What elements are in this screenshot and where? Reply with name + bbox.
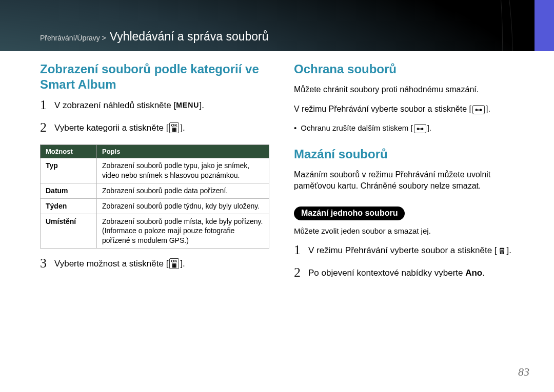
step-text: V režimu Přehrávání vyberte soubor a sti… <box>308 244 523 257</box>
table-row: Týden Zobrazení souborů podle týdnu, kdy… <box>41 198 269 214</box>
step-number: 2 <box>40 121 54 134</box>
protect-description: Můžete chránit soubory proti náhodnému s… <box>294 84 523 95</box>
step-number: 3 <box>40 257 54 270</box>
col-description: Popis <box>97 145 269 158</box>
table-header-row: Možnost Popis <box>41 145 269 158</box>
opt-key: Typ <box>41 158 97 183</box>
header-band: Přehrávání/Úpravy > Vyhledávání a správa… <box>0 0 554 51</box>
trash-icon <box>498 247 506 255</box>
opt-key: Umístění <box>41 214 97 249</box>
ok-icon: OK▦ <box>169 122 179 133</box>
ok-icon: OK▦ <box>169 258 179 269</box>
subheading-delete-one: Mazání jednoho souboru <box>294 207 405 220</box>
table-row: Umístění Zobrazení souborů podle místa, … <box>41 214 269 249</box>
opt-val: Zobrazení souborů podle místa, kde byly … <box>97 214 269 249</box>
heading-smart-album: Zobrazení souborů podle kategorií ve Sma… <box>40 61 269 92</box>
page-title: Vyhledávání a správa souborů <box>110 30 269 43</box>
col-option: Možnost <box>41 145 97 158</box>
left-column: Zobrazení souborů podle kategorií ve Sma… <box>40 61 269 290</box>
delete-one-description: Můžete zvolit jeden soubor a smazat jej. <box>294 225 523 236</box>
menu-icon: MENU <box>176 100 199 110</box>
step-text: Vyberte možnost a stiskněte [OK▦]. <box>54 258 269 271</box>
step-number: 1 <box>40 98 54 112</box>
breadcrumb-prefix: Přehrávání/Úpravy > <box>40 34 106 42</box>
step-1: 1 V zobrazení náhledů stiskněte [MENU]. <box>40 99 269 113</box>
opt-key: Datum <box>41 183 97 198</box>
step-2: 2 Vyberte kategorii a stiskněte [OK▦]. <box>40 122 269 135</box>
step-text: V zobrazení náhledů stiskněte [MENU]. <box>54 99 269 112</box>
delete-step-1: 1 V režimu Přehrávání vyberte soubor a s… <box>294 244 523 258</box>
heading-delete: Mazání souborů <box>294 147 523 162</box>
bullet-text: Ochranu zrušíte dalším stiskem [⊶]. <box>301 123 431 133</box>
opt-val: Zobrazení souborů podle data pořízení. <box>97 183 269 198</box>
key-lock-icon: ⊶ <box>414 124 426 133</box>
key-lock-icon: ⊶ <box>472 105 485 114</box>
protect-bullet: Ochranu zrušíte dalším stiskem [⊶]. <box>294 123 523 133</box>
protect-step: V režimu Přehrávání vyberte soubor a sti… <box>294 104 523 115</box>
step-number: 2 <box>294 266 308 279</box>
decorative-arc <box>0 0 503 51</box>
table-row: Typ Zobrazení souborů podle typu, jako j… <box>41 158 269 183</box>
breadcrumb: Přehrávání/Úpravy > Vyhledávání a správa… <box>40 30 269 44</box>
step-3: 3 Vyberte možnost a stiskněte [OK▦]. <box>40 258 269 271</box>
opt-val: Zobrazení souborů podle týdnu, kdy byly … <box>97 198 269 214</box>
opt-val: Zobrazení souborů podle typu, jako je sn… <box>97 158 269 183</box>
heading-protect: Ochrana souborů <box>294 61 523 77</box>
table-row: Datum Zobrazení souborů podle data poříz… <box>41 183 269 198</box>
page-number: 83 <box>518 365 529 379</box>
options-table: Možnost Popis Typ Zobrazení souborů podl… <box>40 145 269 249</box>
right-column: Ochrana souborů Můžete chránit soubory p… <box>294 61 523 290</box>
opt-key: Týden <box>41 198 97 214</box>
header-accent <box>535 0 554 51</box>
step-text: Vyberte kategorii a stiskněte [OK▦]. <box>54 122 269 135</box>
step-number: 1 <box>294 243 308 257</box>
delete-description: Mazáním souborů v režimu Přehrávání může… <box>294 169 523 192</box>
content: Zobrazení souborů podle kategorií ve Sma… <box>40 61 523 290</box>
delete-step-2: 2 Po objevení kontextové nabídky vyberte… <box>294 267 523 280</box>
step-text: Po objevení kontextové nabídky vyberte A… <box>308 267 523 280</box>
